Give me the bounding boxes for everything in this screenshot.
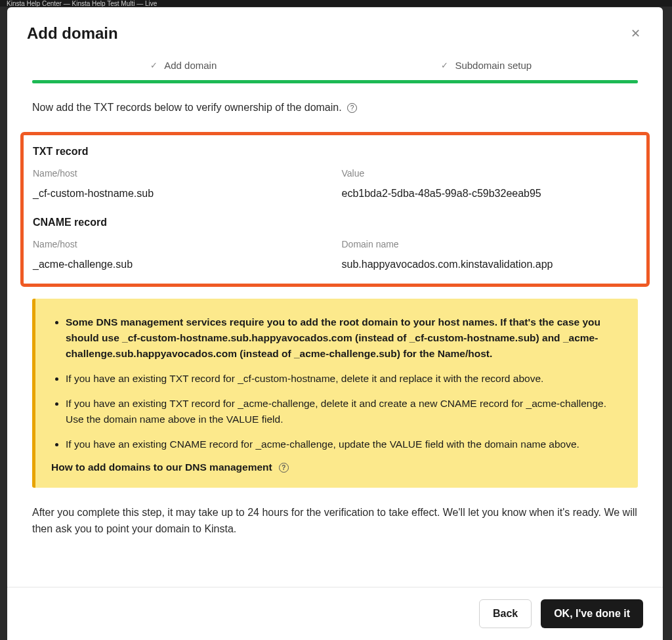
warning-item-2: If you have an existing TXT record for _… [66,371,622,387]
txt-record-title: TXT record [33,146,637,158]
warning-item-3: If you have an existing TXT record for _… [66,396,622,427]
check-icon: ✓ [150,60,158,70]
txt-value-label: Value [342,168,638,179]
warning-item-1: Some DNS management services require you… [66,314,622,362]
txt-value-value: ecb1bda2-5dba-48a5-99a8-c59b32eeab95 [342,188,638,200]
dns-help-link[interactable]: How to add domains to our DNS management… [51,461,289,473]
step-label: Subdomain setup [455,60,532,71]
cname-record-block: CNAME record Name/host _acme-challenge.s… [33,217,637,270]
txt-record-block: TXT record Name/host _cf-custom-hostname… [33,146,637,200]
cname-record-title: CNAME record [33,217,637,228]
close-icon: ✕ [631,27,640,40]
ok-done-button[interactable]: OK, I've done it [541,599,643,628]
add-domain-modal: Add domain ✕ ✓ Add domain ✓ Subdomain se… [7,7,663,640]
cname-value-value: sub.happyavocados.com.kinstavalidation.a… [342,259,638,270]
dns-help-link-label: How to add domains to our DNS management [51,461,272,473]
stepper-progress-bar [32,80,638,83]
txt-name-label: Name/host [33,168,329,179]
browser-tabs-text: Kinsta Help Center — Kinsta Help Test Mu… [7,0,157,7]
stepper: ✓ Add domain ✓ Subdomain setup [32,60,638,80]
modal-title: Add domain [27,24,118,43]
records-highlight-box: TXT record Name/host _cf-custom-hostname… [20,132,650,287]
help-icon[interactable]: ? [347,103,357,113]
step-label: Add domain [164,60,217,71]
browser-tab-bar: Kinsta Help Center — Kinsta Help Test Mu… [0,0,672,7]
modal-content: ✓ Add domain ✓ Subdomain setup Now add t… [7,60,663,587]
modal-footer: Back OK, I've done it [7,587,663,640]
txt-value-col: Value ecb1bda2-5dba-48a5-99a8-c59b32eeab… [342,168,638,200]
step-add-domain[interactable]: ✓ Add domain [32,60,335,80]
check-icon: ✓ [441,60,448,70]
instruction-text: Now add the TXT records below to verify … [32,102,638,114]
txt-name-value: _cf-custom-hostname.sub [33,188,329,200]
instruction-label: Now add the TXT records below to verify … [32,102,342,113]
cname-name-col: Name/host _acme-challenge.sub [33,239,329,270]
back-button[interactable]: Back [479,599,532,628]
txt-name-col: Name/host _cf-custom-hostname.sub [33,168,329,200]
warning-item-4: If you have an existing CNAME record for… [66,437,622,452]
warning-box: Some DNS management services require you… [32,299,638,488]
cname-name-label: Name/host [33,239,329,249]
step-subdomain-setup[interactable]: ✓ Subdomain setup [335,60,639,80]
cname-name-value: _acme-challenge.sub [33,259,329,270]
cname-value-label: Domain name [342,239,638,249]
cname-value-col: Domain name sub.happyavocados.com.kinsta… [342,239,638,270]
after-text: After you complete this step, it may tak… [32,505,638,538]
help-icon: ? [279,463,289,473]
modal-header: Add domain ✕ [7,7,663,60]
close-button[interactable]: ✕ [628,24,643,43]
